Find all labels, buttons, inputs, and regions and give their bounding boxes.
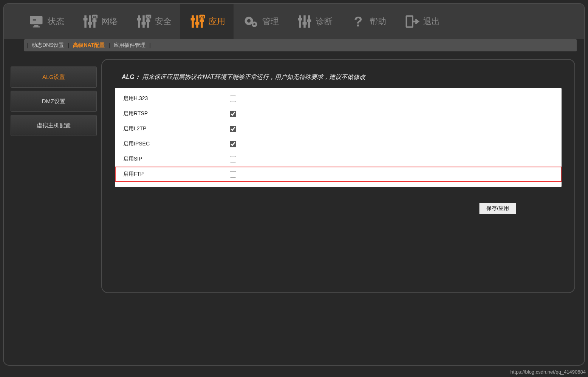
option-checkbox-4[interactable] [230,156,236,162]
sidebar-item-2[interactable]: 虚拟主机配置 [11,115,97,136]
topnav-label: 帮助 [370,16,386,27]
svg-rect-20 [192,15,193,28]
subnav-item-1[interactable]: 高级NAT配置 [71,42,106,49]
topnav-item-0[interactable]: 状态 [19,4,73,39]
option-row-3: 启用IPSEC [115,136,562,151]
option-row-2: 启用L2TP [115,121,562,136]
subnav-item-2[interactable]: 应用插件管理 [112,42,147,49]
save-apply-button[interactable]: 保存/应用 [479,203,516,214]
svg-rect-37 [307,20,311,22]
sidebar: ALG设置DMZ设置虚拟主机配置 [11,66,97,293]
topnav-label: 诊断 [316,16,333,27]
svg-rect-13 [142,15,145,28]
svg-rect-9 [92,20,96,22]
svg-text:Ad: Ad [147,15,150,19]
option-label: 启用H.323 [123,95,230,102]
subnav-item-0[interactable]: 动态DNS设置 [30,42,66,49]
svg-point-29 [247,19,251,23]
option-checkbox-5[interactable] [230,171,236,178]
sub-nav: |动态DNS设置|高级NAT配置|应用插件管理| [24,39,577,51]
topnav-item-4[interactable]: 管理 [234,4,287,39]
gears-icon [242,12,260,31]
option-row-4: 启用SIP [115,151,562,167]
content-panel: ALG： 用来保证应用层协议在NAT环境下能够正常运行，用户如无特殊要求，建议不… [101,59,575,293]
topnav-item-3[interactable]: Ad应用 [180,4,234,39]
option-label: 启用IPSEC [123,141,230,147]
topnav-label: 状态 [48,16,64,27]
option-label: 启用FTP [123,171,230,178]
topnav-label: 管理 [262,16,279,27]
topnav-label: 应用 [209,16,225,27]
sliders-ba-icon: Ba [81,12,99,31]
sidebar-item-0[interactable]: ALG设置 [11,66,97,88]
svg-rect-12 [138,15,140,28]
exit-icon [403,12,421,31]
svg-rect-3 [33,26,40,28]
topnav-item-7[interactable]: 退出 [395,4,448,39]
topnav-label: 退出 [423,16,440,27]
svg-rect-25 [200,20,204,22]
option-checkbox-1[interactable] [230,111,236,117]
svg-rect-35 [298,18,302,20]
sidebar-item-1[interactable]: DMZ设置 [11,91,97,112]
option-label: 启用L2TP [123,125,230,132]
option-checkbox-2[interactable] [230,126,236,132]
topnav-item-5[interactable]: 诊断 [287,4,341,39]
hint-body: 用来保证应用层协议在NAT环境下能够正常运行，用户如无特殊要求，建议不做修改 [142,74,365,80]
svg-rect-24 [195,22,200,25]
svg-rect-23 [191,18,195,20]
svg-rect-32 [299,15,301,28]
watermark: https://blog.csdn.net/qq_41490684 [511,369,586,375]
option-checkbox-3[interactable] [230,141,236,147]
sliders-ad-icon: Ad [188,12,206,31]
sliders-ad-icon: Ad [135,12,153,31]
svg-point-31 [253,23,255,25]
option-label: 启用RTSP [123,110,230,117]
alg-description: ALG： 用来保证应用层协议在NAT环境下能够正常运行，用户如无特殊要求，建议不… [122,73,562,81]
svg-text:?: ? [354,14,362,29]
svg-text:Ad: Ad [200,15,204,19]
svg-rect-2 [34,25,39,26]
svg-rect-15 [137,18,141,20]
svg-rect-5 [89,15,91,28]
svg-rect-36 [303,22,307,25]
svg-rect-17 [146,20,150,22]
hint-prefix: ALG： [122,74,141,80]
svg-rect-8 [88,22,92,25]
topnav-label: 网络 [101,16,118,27]
topnav-item-6[interactable]: ?帮助 [341,4,395,39]
svg-rect-7 [84,18,88,20]
svg-rect-4 [84,15,87,28]
option-row-1: 启用RTSP [115,106,562,121]
option-row-5: 启用FTP [115,167,562,182]
option-row-0: 启用H.323 [115,91,562,106]
option-label: 启用SIP [123,156,230,162]
svg-text:Ba: Ba [93,15,97,19]
topnav-label: 安全 [155,16,172,27]
svg-rect-40 [407,17,412,26]
svg-rect-21 [196,15,198,28]
question-icon: ? [349,12,367,31]
app-frame: 状态Ba网络Ad安全Ad应用管理诊断?帮助退出 |动态DNS设置|高级NAT配置… [3,3,585,366]
svg-rect-1 [33,20,36,21]
alg-options-table: 启用H.323启用RTSP启用L2TP启用IPSEC启用SIP启用FTP [115,88,562,187]
sliders-icon [296,12,314,31]
monitor-icon [27,12,45,31]
svg-rect-16 [142,22,146,25]
option-checkbox-0[interactable] [230,96,236,102]
svg-rect-33 [303,15,306,28]
topnav-item-1[interactable]: Ba网络 [73,4,126,39]
top-nav: 状态Ba网络Ad安全Ad应用管理诊断?帮助退出 [4,4,584,39]
topnav-item-2[interactable]: Ad安全 [126,4,180,39]
